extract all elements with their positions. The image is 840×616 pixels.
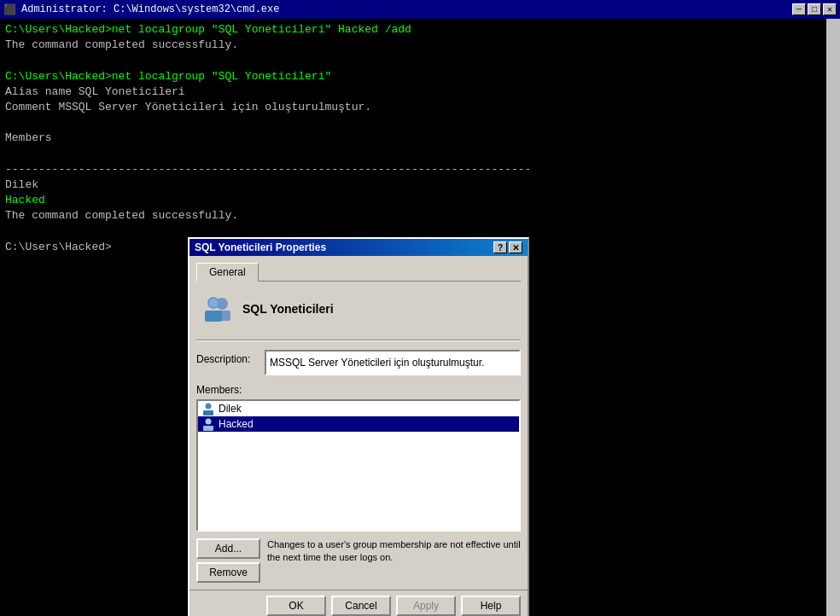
dialog-help-button[interactable]: ? <box>493 241 507 253</box>
member-icon-dilek <box>201 402 215 416</box>
cmd-line-2: The command completed successfully. <box>5 38 835 53</box>
remove-button[interactable]: Remove <box>196 562 260 583</box>
svg-point-4 <box>209 299 218 307</box>
dialog-bottom: Add... Remove Changes to a user's group … <box>196 538 521 583</box>
group-header: SQL Yoneticileri <box>196 288 521 329</box>
cmd-line-1: C:\Users\Hacked>net localgroup "SQL Yone… <box>5 22 835 38</box>
member-icon-hacked <box>201 417 215 431</box>
member-item-hacked[interactable]: Hacked <box>198 416 519 432</box>
dialog-tabs: General <box>196 263 521 282</box>
description-label: Description: <box>196 350 265 365</box>
member-name-dilek: Dilek <box>219 403 242 415</box>
cancel-button[interactable]: Cancel <box>331 596 391 616</box>
cmd-scrollbar[interactable] <box>826 19 840 616</box>
group-icon <box>200 292 234 326</box>
description-input[interactable] <box>265 350 521 375</box>
cmd-line-4: C:\Users\Hacked>net localgroup "SQL Yone… <box>5 69 835 84</box>
help-button[interactable]: Help <box>461 596 521 616</box>
svg-point-5 <box>206 404 212 410</box>
cmd-icon: ⬛ <box>3 3 16 16</box>
dialog-window: SQL Yoneticileri Properties ? ✕ General <box>188 237 529 616</box>
svg-rect-8 <box>203 426 213 431</box>
cmd-titlebar-title: ⬛ Administrator: C:\Windows\system32\cmd… <box>3 3 279 16</box>
group-name-label: SQL Yoneticileri <box>242 302 334 316</box>
cmd-line-9 <box>5 147 835 162</box>
members-list[interactable]: Dilek Hacked <box>196 399 521 532</box>
svg-rect-6 <box>203 410 213 416</box>
dialog-body: General SQL Yoneticileri <box>190 256 528 590</box>
member-item-dilek[interactable]: Dilek <box>198 401 519 416</box>
dialog-titlebar: SQL Yoneticileri Properties ? ✕ <box>190 239 528 256</box>
add-button[interactable]: Add... <box>196 538 260 559</box>
separator <box>196 340 521 341</box>
tab-general[interactable]: General <box>196 263 259 282</box>
members-section: Members: Dilek Hacked <box>196 384 521 532</box>
cmd-line-7 <box>5 115 835 131</box>
ok-button[interactable]: OK <box>266 596 326 616</box>
membership-note: Changes to a user's group membership are… <box>267 538 521 565</box>
cmd-line-5: Alias name SQL Yoneticileri <box>5 84 835 100</box>
cmd-titlebar: ⬛ Administrator: C:\Windows\system32\cmd… <box>0 0 840 19</box>
cmd-line-8: Members <box>5 131 835 146</box>
dialog-titlebar-controls: ? ✕ <box>493 241 522 253</box>
cmd-line-13: The command completed successfully. <box>5 208 835 224</box>
cmd-line-6: Comment MSSQL Server Yöneticileri için o… <box>5 100 835 115</box>
member-name-hacked: Hacked <box>219 418 254 430</box>
dialog-footer: OK Cancel Apply Help <box>190 590 528 616</box>
add-remove-buttons: Add... Remove <box>196 538 260 583</box>
cmd-window: ⬛ Administrator: C:\Windows\system32\cmd… <box>0 0 840 616</box>
apply-button[interactable]: Apply <box>396 596 456 616</box>
cmd-line-11: Dilek <box>5 177 835 193</box>
cmd-line-3 <box>5 53 835 68</box>
dialog-title-text: SQL Yoneticileri Properties <box>195 241 326 253</box>
cmd-title-text: Administrator: C:\Windows\system32\cmd.e… <box>21 3 279 15</box>
svg-rect-3 <box>205 311 222 322</box>
cmd-close-button[interactable]: ✕ <box>823 3 837 15</box>
cmd-maximize-button[interactable]: □ <box>808 3 821 15</box>
members-label: Members: <box>196 384 521 396</box>
dialog-close-button[interactable]: ✕ <box>509 241 522 253</box>
cmd-line-10: ----------------------------------------… <box>5 162 835 177</box>
cmd-titlebar-controls: ─ □ ✕ <box>792 3 837 15</box>
description-row: Description: <box>196 350 521 375</box>
cmd-content: C:\Users\Hacked>net localgroup "SQL Yone… <box>0 19 840 259</box>
svg-point-7 <box>206 419 212 425</box>
cmd-minimize-button[interactable]: ─ <box>792 3 806 15</box>
cmd-line-12: Hacked <box>5 193 835 208</box>
